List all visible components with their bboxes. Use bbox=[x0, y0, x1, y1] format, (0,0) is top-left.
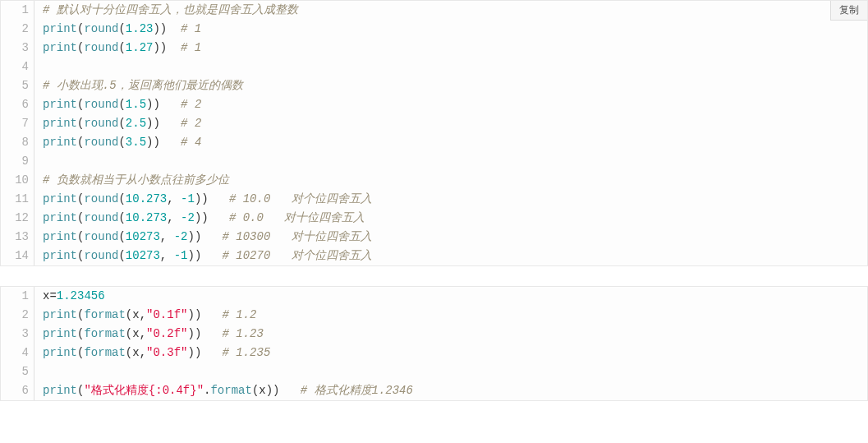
code-content: print("格式化精度{:0.4f}".format(x)) # 格式化精度1… bbox=[34, 381, 413, 400]
line-number: 6 bbox=[1, 95, 34, 114]
code-content: print(format(x,"0.1f")) # 1.2 bbox=[34, 306, 257, 325]
code-line: 3print(format(x,"0.2f")) # 1.23 bbox=[1, 325, 867, 344]
token: -1 bbox=[174, 249, 188, 262]
token: )) bbox=[187, 230, 222, 243]
token: 1.23456 bbox=[57, 289, 105, 302]
token: )) bbox=[153, 41, 181, 54]
line-number: 3 bbox=[1, 39, 34, 58]
token: -1 bbox=[181, 192, 195, 205]
code-content bbox=[34, 152, 43, 171]
code-line: 7print(round(2.5)) # 2 bbox=[1, 114, 867, 133]
token: # 2 bbox=[181, 98, 201, 111]
token: 1.23 bbox=[126, 22, 154, 35]
token: round bbox=[84, 230, 118, 243]
token: x bbox=[132, 346, 139, 359]
token: # 小数出现.5，返回离他们最近的偶数 bbox=[43, 79, 243, 92]
token: round bbox=[84, 41, 118, 54]
code-line: 10# 负数就相当于从小数点往前多少位 bbox=[1, 171, 867, 190]
token: ( bbox=[126, 346, 132, 359]
token: )) bbox=[187, 308, 222, 321]
token: )) bbox=[195, 211, 229, 224]
code-line: 12print(round(10.273, -2)) # 0.0 对十位四舍五入 bbox=[1, 209, 867, 228]
token: -2 bbox=[174, 230, 188, 243]
token: x bbox=[132, 308, 139, 321]
token: # 4 bbox=[181, 136, 201, 149]
line-number: 6 bbox=[1, 381, 34, 400]
token: print bbox=[43, 192, 77, 205]
line-number: 3 bbox=[1, 325, 34, 344]
code-line: 5 bbox=[1, 362, 867, 381]
token: round bbox=[84, 249, 118, 262]
token: format bbox=[84, 327, 125, 340]
token: ( bbox=[118, 136, 125, 149]
token: round bbox=[84, 211, 118, 224]
token: x bbox=[132, 327, 139, 340]
code-line: 13print(round(10273, -2)) # 10300 对十位四舍五… bbox=[1, 228, 867, 247]
code-content: print(round(1.23)) # 1 bbox=[34, 20, 201, 39]
line-number: 10 bbox=[1, 171, 34, 190]
token: , bbox=[160, 230, 174, 243]
code-content: print(round(10.273, -2)) # 0.0 对十位四舍五入 bbox=[34, 209, 365, 228]
code-content: # 负数就相当于从小数点往前多少位 bbox=[34, 171, 229, 190]
token: # 1 bbox=[181, 22, 201, 35]
token: "0.3f" bbox=[146, 346, 187, 359]
token: print bbox=[43, 346, 77, 359]
line-number: 1 bbox=[1, 287, 34, 306]
token: -2 bbox=[181, 211, 195, 224]
token: ( bbox=[118, 22, 125, 35]
line-number: 4 bbox=[1, 344, 34, 362]
token: ( bbox=[118, 117, 125, 130]
code-line: 4print(format(x,"0.3f")) # 1.235 bbox=[1, 344, 867, 362]
token: # 1.2 bbox=[223, 308, 257, 321]
token: )) bbox=[187, 327, 222, 340]
token: ( bbox=[126, 327, 132, 340]
code-block: 1x=1.234562print(format(x,"0.1f")) # 1.2… bbox=[0, 286, 868, 401]
line-number: 12 bbox=[1, 209, 34, 228]
token: format bbox=[84, 346, 125, 359]
token: print bbox=[43, 308, 77, 321]
code-content: # 默认对十分位四舍五入，也就是四舍五入成整数 bbox=[34, 1, 298, 20]
token: print bbox=[43, 117, 77, 130]
token: "0.2f" bbox=[146, 327, 187, 340]
token: )) bbox=[187, 249, 222, 262]
code-block: 复制1# 默认对十分位四舍五入，也就是四舍五入成整数2print(round(1… bbox=[0, 0, 868, 266]
copy-button[interactable]: 复制 bbox=[830, 1, 867, 21]
token: , bbox=[140, 327, 146, 340]
token: 1.27 bbox=[126, 41, 154, 54]
code-content: print(format(x,"0.2f")) # 1.23 bbox=[34, 325, 264, 344]
line-number: 14 bbox=[1, 247, 34, 265]
token: )) bbox=[195, 192, 229, 205]
code-content: print(round(10273, -2)) # 10300 对十位四舍五入 bbox=[34, 228, 372, 247]
token: )) bbox=[146, 136, 181, 149]
token: ( bbox=[118, 192, 125, 205]
token: round bbox=[84, 117, 118, 130]
line-number: 9 bbox=[1, 152, 34, 171]
token: print bbox=[43, 41, 77, 54]
token: # 10300 对十位四舍五入 bbox=[223, 230, 372, 243]
code-content bbox=[34, 58, 43, 76]
code-line: 6print(round(1.5)) # 2 bbox=[1, 95, 867, 114]
token: x bbox=[259, 384, 265, 397]
token: , bbox=[140, 308, 146, 321]
token: print bbox=[43, 249, 77, 262]
code-content: print(round(1.27)) # 1 bbox=[34, 39, 201, 58]
code-content: # 小数出现.5，返回离他们最近的偶数 bbox=[34, 76, 243, 95]
token: ( bbox=[118, 230, 125, 243]
code-content: print(round(10273, -1)) # 10270 对个位四舍五入 bbox=[34, 247, 372, 265]
token: format bbox=[210, 384, 251, 397]
token: )) bbox=[146, 98, 181, 111]
token: # 1.235 bbox=[223, 346, 271, 359]
token: # 负数就相当于从小数点往前多少位 bbox=[43, 173, 229, 187]
code-line: 5# 小数出现.5，返回离他们最近的偶数 bbox=[1, 76, 867, 95]
code-line: 8print(round(3.5)) # 4 bbox=[1, 133, 867, 152]
token: print bbox=[43, 327, 77, 340]
token: )) bbox=[146, 117, 181, 130]
code-line: 6print("格式化精度{:0.4f}".format(x)) # 格式化精度… bbox=[1, 381, 867, 400]
code-line: 11print(round(10.273, -1)) # 10.0 对个位四舍五… bbox=[1, 190, 867, 209]
code-content: print(round(10.273, -1)) # 10.0 对个位四舍五入 bbox=[34, 190, 372, 209]
code-line: 1x=1.23456 bbox=[1, 287, 867, 306]
token: # 10.0 对个位四舍五入 bbox=[229, 192, 372, 205]
line-number: 1 bbox=[1, 1, 34, 20]
token: # 默认对十分位四舍五入，也就是四舍五入成整数 bbox=[43, 3, 298, 16]
line-number: 5 bbox=[1, 76, 34, 95]
